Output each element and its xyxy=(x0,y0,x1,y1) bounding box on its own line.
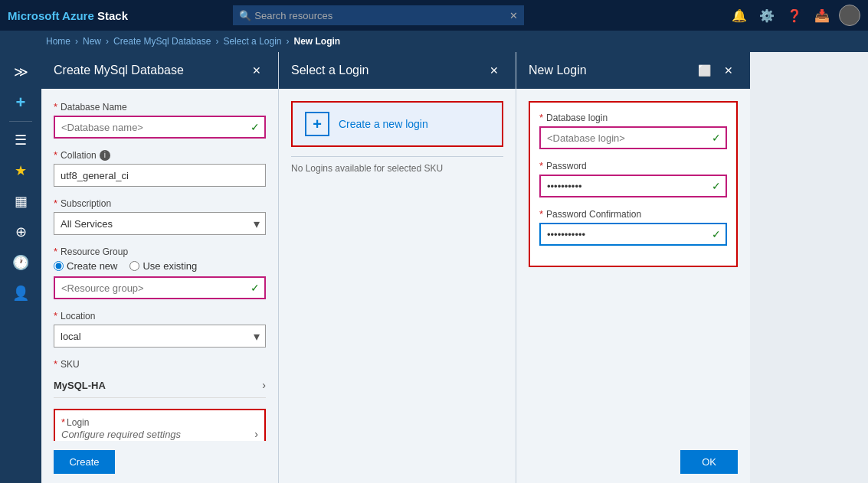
resource-group-label: * Resource Group xyxy=(54,246,266,257)
breadcrumb-select-login[interactable]: Select a Login xyxy=(223,36,281,47)
breadcrumb-create-mysql[interactable]: Create MySql Database xyxy=(113,36,211,47)
app-title: Microsoft Azure Stack xyxy=(8,9,128,22)
db-login-input[interactable] xyxy=(539,126,727,149)
password-input[interactable] xyxy=(539,175,727,197)
subscription-select-wrap: All Services xyxy=(54,212,266,235)
database-name-label: * Database Name xyxy=(54,101,266,113)
panel-newlogin-title: New Login xyxy=(529,64,695,77)
breadcrumb-new-login: New Login xyxy=(294,36,341,47)
radio-use-existing[interactable]: Use existing xyxy=(129,260,197,272)
settings-icon[interactable]: ⚙️ xyxy=(756,5,778,26)
topbar-icons: 🔔 ⚙️ ❓ 📥 xyxy=(729,5,860,26)
panel-newlogin-body: * Database login ✓ * Password xyxy=(516,89,750,441)
sku-label: * SKU xyxy=(54,358,266,370)
subscription-label: * Subscription xyxy=(54,197,266,209)
resource-group-check-icon: ✓ xyxy=(251,282,260,294)
feedback-icon[interactable]: 📥 xyxy=(811,5,833,26)
db-login-check-icon: ✓ xyxy=(712,132,721,144)
notification-icon[interactable]: 🔔 xyxy=(729,5,750,26)
panel-select-title: Select a Login xyxy=(291,64,485,77)
password-confirm-input[interactable] xyxy=(539,223,727,246)
sidebar-allresources-btn[interactable]: ⊕ xyxy=(5,218,36,246)
select-divider xyxy=(291,156,503,157)
breadcrumb: Home › New › Create MySql Database › Sel… xyxy=(0,31,868,52)
panel-create-header: Create MySql Database ✕ xyxy=(41,52,278,89)
panel-newlogin-footer: OK xyxy=(516,441,750,483)
search-bar: 🔍 ✕ xyxy=(233,5,524,25)
login-section-label: * Login xyxy=(61,416,258,428)
database-name-group: * Database Name ✓ xyxy=(54,101,266,139)
panel-create-close-icon[interactable]: ✕ xyxy=(247,61,266,80)
new-login-form-wrap: * Database login ✓ * Password xyxy=(529,101,738,267)
left-sidebar: ≫ + ☰ ★ ▦ ⊕ 🕐 👤 xyxy=(0,52,41,483)
panel-create-footer: Create xyxy=(41,441,278,483)
sidebar-recent-btn[interactable]: 🕐 xyxy=(5,249,36,276)
sidebar-profile-btn[interactable]: 👤 xyxy=(5,279,36,307)
resource-group-input[interactable] xyxy=(54,276,266,299)
create-login-label: Create a new login xyxy=(339,118,428,130)
no-logins-text: No Logins available for selected SKU xyxy=(291,163,503,174)
help-icon[interactable]: ❓ xyxy=(784,5,805,26)
database-name-check-icon: ✓ xyxy=(251,121,260,133)
sku-chevron-icon: › xyxy=(262,379,266,391)
location-select[interactable]: local xyxy=(54,325,266,348)
sidebar-menu-btn[interactable]: ☰ xyxy=(5,126,36,154)
db-login-label: * Database login xyxy=(539,112,727,123)
password-confirm-check-icon: ✓ xyxy=(712,228,721,240)
panel-select-icons: ✕ xyxy=(485,61,503,80)
panel-newlogin-maximize-icon[interactable]: ⬜ xyxy=(695,61,713,80)
subscription-select[interactable]: All Services xyxy=(54,212,266,235)
collation-input-wrap xyxy=(54,164,266,187)
search-input[interactable] xyxy=(233,5,524,25)
collation-info-icon[interactable]: i xyxy=(100,150,110,161)
panel-select-login: Select a Login ✕ + Create a new login No… xyxy=(279,52,516,483)
resource-group-radio-group: Create new Use existing xyxy=(54,260,266,272)
panel-newlogin-header: New Login ⬜ ✕ xyxy=(516,52,750,89)
sidebar-dashboard-btn[interactable]: ▦ xyxy=(5,188,36,215)
sku-group: * SKU MySQL-HA › xyxy=(54,358,266,398)
panel-new-login: New Login ⬜ ✕ * Database login xyxy=(516,52,750,483)
db-login-group: * Database login ✓ xyxy=(539,112,727,149)
sidebar-divider xyxy=(9,121,32,122)
password-group: * Password ✓ xyxy=(539,160,727,197)
create-new-login-btn[interactable]: + Create a new login xyxy=(291,101,503,147)
password-input-wrap: ✓ xyxy=(539,175,727,197)
collation-input[interactable] xyxy=(54,164,266,187)
search-clear-icon[interactable]: ✕ xyxy=(509,10,518,21)
collation-group: * Collation i xyxy=(54,149,266,187)
password-check-icon: ✓ xyxy=(712,180,721,192)
sku-value: MySQL-HA xyxy=(54,380,106,391)
breadcrumb-home[interactable]: Home xyxy=(46,36,70,47)
panels-container: Create MySql Database ✕ * Database Name … xyxy=(41,52,868,483)
subscription-group: * Subscription All Services xyxy=(54,197,266,235)
login-chevron-icon: › xyxy=(254,428,258,440)
panel-select-close-icon[interactable]: ✕ xyxy=(485,61,503,80)
login-configure-text: Configure required settings xyxy=(61,429,181,440)
topbar: Microsoft Azure Stack 🔍 ✕ 🔔 ⚙️ ❓ 📥 xyxy=(0,0,868,31)
login-section[interactable]: * Login Configure required settings › xyxy=(54,409,266,441)
sku-row[interactable]: MySQL-HA › xyxy=(54,373,266,398)
password-confirm-label: * Password Confirmation xyxy=(539,208,727,220)
login-group: * Login Configure required settings › xyxy=(54,409,266,441)
sidebar-collapse-btn[interactable]: ≫ xyxy=(5,58,36,86)
ok-button[interactable]: OK xyxy=(680,450,738,474)
avatar[interactable] xyxy=(839,5,860,26)
sidebar-favorites-btn[interactable]: ★ xyxy=(5,157,36,184)
panel-create-title: Create MySql Database xyxy=(54,64,247,77)
panel-create-mysql: Create MySql Database ✕ * Database Name … xyxy=(41,52,279,483)
database-name-input-wrap: ✓ xyxy=(54,116,266,139)
panel-newlogin-close-icon[interactable]: ✕ xyxy=(719,61,738,80)
breadcrumb-new[interactable]: New xyxy=(83,36,101,47)
database-name-input[interactable] xyxy=(54,116,266,139)
create-button[interactable]: Create xyxy=(54,450,115,474)
panel-select-body: + Create a new login No Logins available… xyxy=(279,89,516,483)
db-login-input-wrap: ✓ xyxy=(539,126,727,149)
sidebar-add-btn[interactable]: + xyxy=(5,89,36,116)
password-confirm-group: * Password Confirmation ✓ xyxy=(539,208,727,246)
password-confirm-input-wrap: ✓ xyxy=(539,223,727,246)
location-group: * Location local xyxy=(54,310,266,348)
radio-create-new[interactable]: Create new xyxy=(54,260,117,272)
panel-create-icons: ✕ xyxy=(247,61,266,80)
plus-icon: + xyxy=(305,112,329,136)
panel-newlogin-icons: ⬜ ✕ xyxy=(695,61,738,80)
